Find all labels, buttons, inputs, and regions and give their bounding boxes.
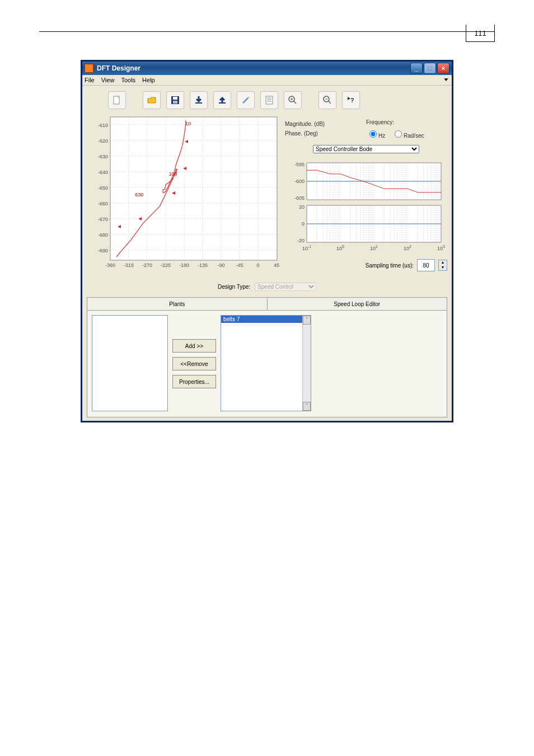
tab-speed-loop-editor[interactable]: Speed Loop Editor: [268, 297, 448, 311]
bode-header: Magnitude. (dB) Phase. (Deg) Frequency: …: [285, 115, 447, 143]
menu-help[interactable]: Help: [142, 77, 155, 83]
nichols-xtick: -315: [124, 262, 134, 268]
properties-button[interactable]: Properties...: [172, 375, 216, 388]
magnitude-label: Magnitude. (dB): [285, 121, 366, 127]
nichols-ytick: -620: [98, 138, 108, 144]
nichols-ytick: -680: [98, 232, 108, 238]
scrollbar[interactable]: ˄ ˅: [302, 316, 311, 411]
toolbar: ?: [82, 86, 452, 115]
open-button[interactable]: [143, 91, 161, 109]
ph-ytick: -20: [297, 238, 305, 243]
app-icon: [85, 64, 93, 73]
new-button[interactable]: [108, 91, 126, 109]
menu-overflow-icon[interactable]: [443, 76, 449, 83]
phase-label: Phase. (Deg): [285, 130, 366, 137]
help-icon: ?: [346, 95, 356, 105]
freq-radsec-radio[interactable]: Rad/sec: [391, 133, 424, 139]
nichols-ytick: -660: [98, 201, 108, 206]
report-button[interactable]: [260, 91, 278, 109]
svg-text:100: 100: [336, 245, 344, 251]
upload-icon: [217, 95, 227, 105]
scroll-up-icon[interactable]: ˄: [303, 316, 311, 325]
bode-select[interactable]: Speed Controller Bode: [313, 145, 419, 153]
save-button[interactable]: [166, 91, 184, 109]
svg-text:10-1: 10-1: [302, 245, 311, 251]
sampling-spinner[interactable]: ▲▼: [438, 260, 447, 271]
wand-icon: [241, 95, 251, 105]
svg-rect-20: [110, 117, 277, 260]
zoom-out-button[interactable]: [318, 91, 336, 109]
svg-text:101: 101: [370, 245, 378, 251]
open-icon: [147, 95, 157, 105]
nichols-ytick: -650: [98, 185, 108, 191]
sampling-label: Sampling time (us):: [366, 262, 414, 269]
nichols-ytick: -690: [98, 248, 108, 253]
svg-line-6: [243, 97, 249, 103]
svg-text:?: ?: [350, 97, 354, 104]
titlebar[interactable]: DFT Designer _ □ ×: [82, 62, 452, 75]
nichols-xtick: -180: [179, 262, 189, 268]
svg-line-17: [329, 101, 331, 104]
page-number: 111: [474, 29, 486, 37]
frequency-label: Frequency:: [366, 119, 447, 125]
nichols-annotation: 630: [135, 192, 143, 198]
design-type-select: Speed Control: [255, 283, 316, 291]
mag-ytick: -605: [294, 195, 305, 201]
upload-button[interactable]: [213, 91, 231, 109]
nichols-xtick: -135: [198, 262, 208, 268]
download-icon: [194, 95, 204, 105]
wand-button[interactable]: [237, 91, 255, 109]
add-button[interactable]: Add >>: [172, 339, 216, 353]
svg-rect-3: [173, 101, 177, 104]
maximize-button[interactable]: □: [424, 63, 436, 74]
list-item[interactable]: belts 7: [221, 316, 302, 323]
zoom-out-icon: [322, 95, 332, 105]
download-button[interactable]: [190, 91, 208, 109]
ph-ytick: 20: [299, 204, 305, 210]
menu-view[interactable]: View: [101, 77, 115, 83]
sampling-input[interactable]: [417, 259, 435, 271]
nichols-annotation: 100: [168, 171, 177, 177]
nichols-chart[interactable]: -610 -620 -630 -640 -650 -660 -670 -680 …: [87, 115, 282, 278]
selected-list[interactable]: belts 7 ˄ ˅: [221, 315, 311, 411]
svg-rect-5: [219, 102, 226, 104]
minimize-button[interactable]: _: [410, 63, 423, 74]
new-icon: [112, 95, 122, 105]
close-button[interactable]: ×: [437, 63, 449, 74]
tab-plants[interactable]: Plants: [87, 297, 268, 311]
mag-ytick: -600: [294, 179, 305, 184]
zoom-in-button[interactable]: [284, 91, 302, 109]
menu-file[interactable]: File: [85, 77, 95, 83]
menu-tools[interactable]: Tools: [121, 77, 135, 83]
nichols-xtick: -90: [217, 262, 224, 268]
svg-text:103: 103: [437, 245, 445, 251]
available-list[interactable]: [92, 315, 168, 411]
nichols-xtick: 45: [274, 262, 279, 268]
nichols-xtick: 0: [256, 262, 259, 268]
nichols-xtick: -225: [161, 262, 171, 268]
help-button[interactable]: ?: [342, 91, 360, 109]
nichols-xtick: -360: [105, 262, 115, 268]
nichols-ytick: -630: [98, 154, 108, 159]
nichols-annotation: 10: [185, 121, 191, 126]
report-icon: [264, 95, 274, 105]
ph-ytick: 0: [302, 221, 305, 227]
design-type-label: Design Type:: [218, 284, 250, 290]
scroll-down-icon[interactable]: ˅: [303, 402, 311, 411]
remove-button[interactable]: <<Remove: [172, 357, 216, 370]
svg-text:102: 102: [404, 245, 411, 251]
freq-hz-radio[interactable]: Hz: [366, 133, 385, 139]
nichols-xtick: -45: [236, 262, 243, 268]
nichols-ytick: -610: [98, 123, 108, 128]
nichols-ytick: -670: [98, 217, 108, 222]
plants-panel: Add >> <<Remove Properties... belts 7 ˄ …: [87, 311, 447, 417]
nichols-xtick: -270: [142, 262, 152, 268]
menubar: File View Tools Help: [82, 75, 452, 86]
application-window: DFT Designer _ □ × File View Tools Help: [81, 60, 453, 422]
svg-point-7: [248, 97, 250, 98]
page-number-box: 111: [466, 25, 495, 42]
page-rule: [39, 31, 495, 32]
bode-chart[interactable]: -595 -600 -605 20 0 -20 10-1100101102: [285, 161, 447, 256]
svg-rect-4: [195, 102, 202, 104]
zoom-in-icon: [288, 95, 298, 105]
